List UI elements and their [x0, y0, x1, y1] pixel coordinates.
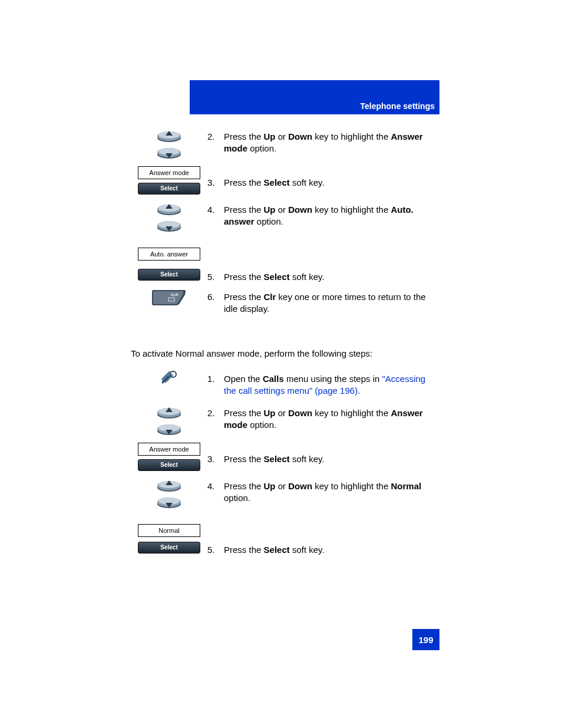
select-button[interactable]: Select	[138, 183, 200, 195]
stepA5-row: Select 5. Press the Select soft key.	[131, 269, 439, 283]
wrench-icon	[160, 371, 178, 385]
step-body: Press the Select soft key.	[224, 544, 439, 556]
stepA4-row: Auto. answer 4. Press the Up or Down key…	[131, 202, 439, 261]
nav-up-icon	[156, 405, 182, 419]
stepA3-row: Answer mode Select 3. Press the Select s…	[131, 166, 439, 195]
step-body: Press the Clr key one or more times to r…	[224, 291, 439, 315]
select-button[interactable]: Select	[138, 269, 200, 281]
stepA5-icons: Select	[131, 269, 207, 283]
step-number: 5.	[207, 271, 224, 283]
step-body: Press the Select soft key.	[224, 453, 439, 471]
stepA4-text: 4. Press the Up or Down key to highlight…	[207, 202, 439, 261]
nav-down-icon	[156, 146, 182, 160]
step-number: 4.	[207, 480, 224, 537]
step-number: 5.	[207, 544, 224, 556]
header-bar: Telephone settings	[190, 80, 439, 114]
nav-down-icon	[156, 496, 182, 510]
stepB4-row: Normal 4. Press the Up or Down key to hi…	[131, 478, 439, 537]
stepB1-icons	[131, 371, 207, 397]
normal-label: Normal	[138, 524, 200, 537]
stepB4-text: 4. Press the Up or Down key to highlight…	[207, 478, 439, 537]
stepB3-row: Answer mode Select 3. Press the Select s…	[131, 443, 439, 471]
auto-answer-label: Auto. answer	[138, 248, 200, 261]
step-body: Press the Up or Down key to highlight th…	[224, 407, 439, 437]
step-body: Press the Select soft key.	[224, 271, 439, 283]
stepA5-text: 5. Press the Select soft key.	[207, 269, 439, 283]
select-button[interactable]: Select	[138, 542, 200, 554]
step-body: Press the Up or Down key to highlight th…	[224, 480, 439, 537]
stepB2-row: 2. Press the Up or Down key to highlight…	[131, 405, 439, 437]
step-number: 4.	[207, 204, 224, 261]
stepB3-text: 3. Press the Select soft key.	[207, 443, 439, 471]
clr-key-icon: CLR	[152, 289, 186, 305]
stepA6-icons: CLR	[131, 289, 207, 315]
nav-up-icon	[156, 478, 182, 492]
step-body: Open the Calls menu using the steps in "…	[224, 373, 439, 397]
page-number-text: 199	[418, 635, 433, 645]
select-button[interactable]: Select	[138, 459, 200, 471]
page-content: 2. Press the Up or Down key to highlight…	[131, 129, 439, 559]
step-number: 6.	[207, 291, 224, 315]
normal-mode-intro: To activate Normal answer mode, perform …	[131, 348, 439, 360]
stepA2-text: 2. Press the Up or Down key to highlight…	[207, 129, 439, 160]
step-number: 2.	[207, 131, 224, 160]
stepA2-icons	[131, 129, 207, 160]
stepA3-icons: Answer mode Select	[131, 166, 207, 195]
stepB1-text: 1. Open the Calls menu using the steps i…	[207, 371, 439, 397]
page-number: 199	[412, 629, 439, 650]
step-body: Press the Select soft key.	[224, 177, 439, 195]
step-number: 1.	[207, 373, 224, 397]
answer-mode-label: Answer mode	[138, 166, 200, 179]
nav-down-icon	[156, 219, 182, 233]
stepA4-icons: Auto. answer	[131, 202, 207, 261]
step-number: 2.	[207, 407, 224, 437]
nav-up-icon	[156, 129, 182, 143]
stepB1-row: 1. Open the Calls menu using the steps i…	[131, 371, 439, 397]
stepA6-text: 6. Press the Clr key one or more times t…	[207, 289, 439, 315]
stepB5-row: Select 5. Press the Select soft key.	[131, 542, 439, 556]
stepA3-text: 3. Press the Select soft key.	[207, 166, 439, 195]
nav-up-icon	[156, 202, 182, 216]
stepB2-icons	[131, 405, 207, 437]
stepB2-text: 2. Press the Up or Down key to highlight…	[207, 405, 439, 437]
nav-down-icon	[156, 423, 182, 437]
stepA2-row: 2. Press the Up or Down key to highlight…	[131, 129, 439, 160]
stepB3-icons: Answer mode Select	[131, 443, 207, 471]
answer-mode-label: Answer mode	[138, 443, 200, 456]
step-body: Press the Up or Down key to highlight th…	[224, 131, 439, 160]
step-number: 3.	[207, 453, 224, 471]
stepB5-icons: Select	[131, 542, 207, 556]
stepB5-text: 5. Press the Select soft key.	[207, 542, 439, 556]
step-number: 3.	[207, 177, 224, 195]
svg-text:CLR: CLR	[171, 293, 178, 297]
step-body: Press the Up or Down key to highlight th…	[224, 204, 439, 261]
stepA6-row: CLR 6. Press the Clr key one or more tim…	[131, 289, 439, 315]
stepB4-icons: Normal	[131, 478, 207, 537]
header-title: Telephone settings	[360, 101, 435, 111]
